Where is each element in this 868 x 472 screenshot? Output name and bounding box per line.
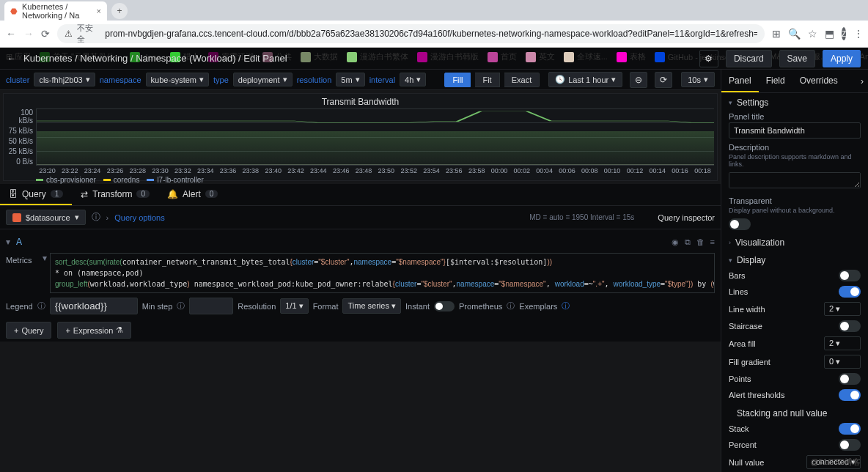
add-query-button[interactable]: + Query	[6, 322, 51, 339]
refresh-button[interactable]: ⟳	[655, 72, 672, 88]
query-options-link[interactable]: Query options	[114, 213, 164, 222]
time-range-picker[interactable]: 🕓 Last 1 hour ▾	[548, 72, 622, 87]
prometheus-info-icon[interactable]: ⓘ	[507, 300, 515, 311]
datasource-row: $datasource ▾ ⓘ › Query options MD = aut…	[0, 206, 721, 229]
close-icon[interactable]: ×	[97, 7, 101, 15]
datasource-select[interactable]: $datasource ▾	[6, 210, 86, 225]
reload-icon[interactable]: ⟳	[41, 28, 50, 40]
query-toggle-icon[interactable]: ◉	[672, 237, 679, 247]
chart-plot[interactable]	[36, 108, 714, 166]
minstep-label: Min step	[142, 302, 173, 311]
bookmark-item[interactable]: 漫游白书繁体	[347, 51, 408, 62]
var-resolution-label[interactable]: resolution	[297, 75, 332, 84]
area-fill-select[interactable]: 2 ▾	[824, 336, 861, 350]
grafana-ds-icon	[12, 213, 21, 222]
exact-button[interactable]: Exact	[504, 73, 540, 87]
bookmark-item[interactable]: 首页	[488, 51, 517, 62]
query-letter[interactable]: A	[16, 237, 22, 247]
chart-panel: Transmit Bandwidth 100 kB/s75 kB/s50 kB/…	[3, 93, 718, 181]
search-icon[interactable]: 🔍	[788, 28, 801, 40]
format-select[interactable]: Time series ▾	[342, 298, 401, 314]
alert-thresholds-toggle[interactable]	[839, 389, 861, 401]
bars-toggle[interactable]	[839, 270, 861, 281]
bookmark-item[interactable]: 大数据	[301, 51, 338, 62]
section-display[interactable]: ▾Display	[729, 255, 861, 265]
extension-icon[interactable]: ⬒	[825, 28, 834, 40]
exemplars-info-icon[interactable]: ⓘ	[562, 300, 570, 311]
bookmark-item[interactable]: 漫游白书韩版	[417, 51, 479, 62]
bookmark-item[interactable]: 英文	[526, 51, 555, 62]
tab-transform[interactable]: ⇄ Transform 0	[72, 184, 158, 205]
add-expression-button[interactable]: + Expression ⚗	[57, 322, 131, 339]
grafana-favicon: ⬣	[10, 7, 18, 16]
tab-overrides[interactable]: Overrides	[792, 70, 845, 92]
tab-query[interactable]: 🗄 Query 1	[0, 184, 72, 205]
bookmark-item[interactable]: 表格	[617, 51, 646, 62]
var-cluster-label[interactable]: cluster	[6, 75, 29, 84]
zoom-out-button[interactable]: ⊖	[630, 72, 647, 88]
forward-icon[interactable]: →	[23, 28, 34, 40]
bookmark-item[interactable]: 全球速...	[564, 51, 608, 62]
section-settings[interactable]: ▾Settings	[729, 97, 861, 108]
minstep-info-icon[interactable]: ⓘ	[177, 300, 185, 311]
save-button[interactable]: Save	[779, 50, 815, 67]
line-width-select[interactable]: 2 ▾	[824, 302, 861, 316]
query-duplicate-icon[interactable]: ⧉	[685, 237, 691, 247]
info-icon[interactable]: ⓘ	[92, 211, 100, 224]
panel-title-input[interactable]	[729, 122, 861, 139]
tab-field[interactable]: Field	[759, 70, 792, 92]
minstep-input[interactable]	[189, 298, 233, 314]
var-interval-select[interactable]: 4h ▾	[400, 73, 426, 86]
discard-button[interactable]: Discard	[726, 50, 772, 67]
points-toggle[interactable]	[839, 373, 861, 385]
back-arrow-icon[interactable]: ←	[7, 54, 16, 64]
star-icon[interactable]: ☆	[808, 28, 817, 40]
var-namespace-label[interactable]: namespace	[100, 75, 141, 84]
var-type-select[interactable]: deployment ▾	[233, 73, 293, 86]
legend-input[interactable]	[50, 298, 138, 314]
avatar-icon[interactable]: Z	[842, 27, 846, 40]
var-interval-label[interactable]: interval	[369, 75, 395, 84]
new-tab-button[interactable]: +	[111, 3, 128, 19]
url-input[interactable]: ⚠ 不安全 prom-nvbgdjen-grafana.ccs.tencent-…	[57, 24, 765, 43]
translate-icon[interactable]: ⊞	[772, 28, 781, 40]
fit-button[interactable]: Fit	[475, 73, 499, 87]
section-stacking[interactable]: ▾Stacking and null value	[729, 408, 861, 418]
transparent-toggle[interactable]	[729, 218, 751, 230]
percent-toggle[interactable]	[839, 439, 861, 451]
fill-gradient-select[interactable]: 0 ▾	[824, 355, 861, 369]
instant-toggle[interactable]	[434, 301, 455, 311]
browser-tab[interactable]: ⬣ Kubernetes / Networking / Na ×	[4, 1, 107, 21]
back-icon[interactable]: ←	[6, 28, 16, 40]
description-input[interactable]	[729, 172, 861, 188]
tab-strip: ⬣ Kubernetes / Networking / Na × +	[0, 0, 868, 21]
metrics-code-input[interactable]: sort_desc(sum(irate(container_network_tr…	[50, 253, 715, 293]
var-resolution-select[interactable]: 5m ▾	[336, 73, 364, 86]
query-inspector-button[interactable]: Query inspector	[658, 213, 715, 222]
query-editor: ▾ A ◉ ⧉ 🗑 ≡ Metrics ▾ sort_desc(sum(irat…	[0, 229, 721, 342]
var-cluster-select[interactable]: cls-fhhj2b03 ▾	[34, 73, 95, 86]
tab-panel[interactable]: Panel	[721, 70, 759, 92]
insecure-icon: ⚠	[65, 29, 73, 39]
stack-toggle[interactable]	[839, 423, 861, 435]
tab-alert[interactable]: 🔔 Alert 0	[158, 184, 227, 205]
settings-gear-button[interactable]: ⚙	[699, 50, 718, 67]
legend-item[interactable]: coredns	[103, 176, 140, 184]
query-delete-icon[interactable]: 🗑	[696, 237, 705, 246]
apply-button[interactable]: Apply	[823, 50, 861, 67]
legend-info-icon[interactable]: ⓘ	[37, 300, 45, 311]
query-drag-icon[interactable]: ≡	[710, 237, 715, 246]
lines-toggle[interactable]	[839, 286, 861, 298]
staircase-toggle[interactable]	[839, 320, 861, 332]
legend-item[interactable]: l7-lb-controller	[147, 176, 203, 184]
refresh-interval-picker[interactable]: 10s ▾	[681, 72, 715, 87]
variable-bar: cluster cls-fhhj2b03 ▾ namespace kube-sy…	[0, 70, 721, 90]
collapse-panel-icon[interactable]: ›	[856, 70, 868, 92]
fill-button[interactable]: Fill	[444, 73, 471, 87]
resolution-opt-select[interactable]: 1/1 ▾	[280, 298, 308, 314]
legend-item[interactable]: cbs-provisioner	[36, 176, 96, 184]
section-visualization[interactable]: ›Visualization	[729, 237, 861, 248]
var-namespace-select[interactable]: kube-system ▾	[146, 73, 209, 86]
var-type-label[interactable]: type	[213, 75, 229, 84]
menu-icon[interactable]: ⋮	[853, 28, 864, 40]
